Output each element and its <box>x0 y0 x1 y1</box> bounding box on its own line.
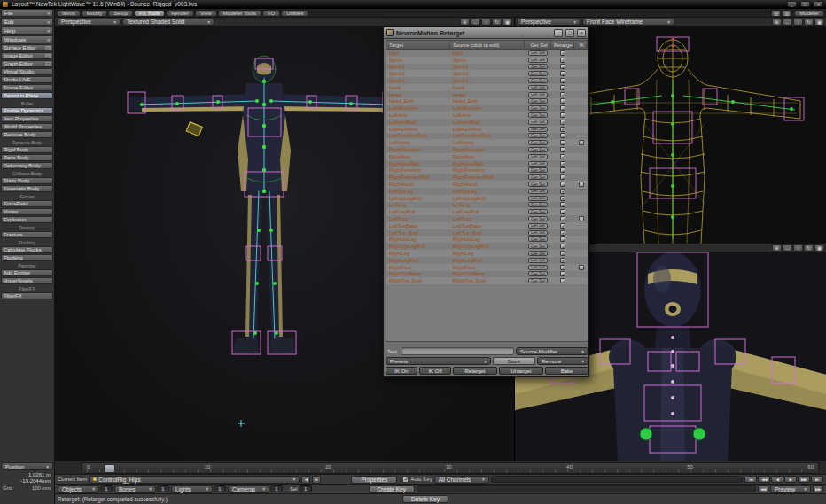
remove-dropdown[interactable]: Remove <box>537 357 588 365</box>
get-sel-button[interactable]: Get Sel <box>528 265 548 270</box>
sidebar-item[interactable]: Item Properties <box>1 115 53 122</box>
source-cell[interactable]: Neck <box>450 85 525 90</box>
sidebar-item[interactable]: Rigid Body <box>1 146 53 153</box>
bake-button[interactable]: Bake <box>545 367 588 375</box>
retarget-row[interactable]: RightToe_End RightToe_End Get Sel <box>386 277 588 284</box>
retarget-checkbox[interactable] <box>560 209 565 214</box>
text-input[interactable] <box>401 347 514 355</box>
minimize-button[interactable]: _ <box>787 1 797 7</box>
retarget-row[interactable]: RightUpLegRoll RightUpLegRoll Get Sel <box>386 243 588 250</box>
retarget-row[interactable]: Spine3 Spine3 Get Sel <box>386 77 588 84</box>
viewport-nav-icon[interactable]: ↻ <box>804 19 814 26</box>
source-cell[interactable]: Head_End <box>450 98 525 104</box>
viewport-nav-icon[interactable]: ↔ <box>471 19 480 26</box>
next-item-button[interactable] <box>312 476 321 484</box>
sidebar-item[interactable]: Vortex <box>1 208 53 215</box>
position-mode-dropdown[interactable]: Position <box>1 462 53 470</box>
get-sel-button[interactable]: Get Sel <box>528 71 548 76</box>
sidebar-item[interactable]: Image Editor F6 <box>1 52 53 59</box>
source-cell[interactable]: RightUpLeg <box>450 236 525 242</box>
timeline-ruler[interactable]: 0102030405060 <box>82 462 819 474</box>
close-button[interactable]: × <box>814 1 823 7</box>
retarget-row[interactable]: Hips Hips Get Sel <box>386 50 588 57</box>
sidebar-menu[interactable]: Edit <box>1 18 53 26</box>
current-item-dropdown[interactable]: ControlRig_Hips <box>89 476 300 484</box>
ik-off-button[interactable]: IK Off <box>419 367 451 375</box>
retarget-row[interactable]: LeftUpLeg LeftUpLeg Get Sel <box>386 188 588 195</box>
retarget-row[interactable]: RightForeArmRoll RightForeArmRoll Get Se… <box>386 174 588 181</box>
retarget-checkbox[interactable] <box>560 258 565 263</box>
source-cell[interactable]: LeftLegRoll <box>450 209 525 214</box>
get-sel-button[interactable]: Get Sel <box>528 223 548 229</box>
retarget-button[interactable]: Retarget <box>453 367 497 375</box>
viewport-nav-icon[interactable]: ⊕ <box>460 19 470 26</box>
get-sel-button[interactable]: Get Sel <box>528 236 548 242</box>
source-cell[interactable]: LeftForeArm <box>450 127 525 132</box>
source-cell[interactable]: LeftToeBase <box>450 223 525 229</box>
retarget-row[interactable]: LeftLegRoll LeftLegRoll Get Sel <box>386 208 588 215</box>
retarget-row[interactable]: LeftForeArmRoll LeftForeArmRoll Get Sel <box>386 133 588 140</box>
get-sel-button[interactable]: Get Sel <box>528 202 548 207</box>
get-sel-button[interactable]: Get Sel <box>528 258 548 263</box>
source-modifier-dropdown[interactable]: Source Modifier <box>516 347 588 355</box>
retarget-checkbox[interactable] <box>560 251 565 256</box>
transport-button[interactable]: ▶| <box>811 476 823 483</box>
get-sel-button[interactable]: Get Sel <box>528 127 548 132</box>
item-type-dropdown[interactable]: Bones <box>114 485 156 493</box>
source-cell[interactable]: LeftHand <box>450 140 525 145</box>
sidebar-item[interactable]: Add Emitter <box>1 269 53 276</box>
get-sel-button[interactable]: Get Sel <box>528 167 548 173</box>
retarget-row[interactable]: RightArmRoll RightArmRoll Get Sel <box>386 160 588 167</box>
sidebar-item[interactable]: ForceField <box>1 200 53 207</box>
get-sel-button[interactable]: Get Sel <box>528 78 548 83</box>
source-cell[interactable]: RightShoulder <box>450 147 525 152</box>
sidebar-item[interactable]: Fracture <box>1 231 53 238</box>
sidebar-item[interactable]: Flocking <box>1 254 53 261</box>
source-cell[interactable]: LeftUpLeg <box>450 189 525 194</box>
retarget-checkbox[interactable] <box>560 85 565 90</box>
retarget-row[interactable]: Neck Neck Get Sel <box>386 84 588 91</box>
sidebar-menu[interactable]: File <box>1 9 53 17</box>
retarget-row[interactable]: LeftHand LeftHand Get Sel <box>386 139 588 146</box>
retarget-checkbox[interactable] <box>560 120 565 125</box>
item-type-dropdown[interactable]: Lights <box>171 485 213 493</box>
dialog-close-button[interactable]: × <box>577 29 586 37</box>
sidebar-menu[interactable]: Windows <box>1 35 53 43</box>
source-cell[interactable]: RightHand <box>450 182 525 187</box>
item-type-dropdown[interactable]: Cameras <box>228 485 269 493</box>
sidebar-item[interactable]: Remove Body <box>1 131 53 138</box>
item-count-field[interactable]: 1 <box>100 485 113 492</box>
viewport-nav-icon[interactable]: ↻ <box>492 19 502 26</box>
get-sel-button[interactable]: Get Sel <box>528 216 548 221</box>
source-cell[interactable]: Spine2 <box>450 71 525 76</box>
sidebar-menu[interactable]: Help <box>1 27 53 35</box>
retarget-checkbox[interactable] <box>560 174 565 180</box>
get-sel-button[interactable]: Get Sel <box>528 147 548 152</box>
source-cell[interactable]: LeftToe_End <box>450 230 525 236</box>
dialog-minimize-button[interactable]: _ <box>554 29 563 37</box>
menu-tab[interactable]: Utilities <box>281 10 308 17</box>
retarget-checkbox[interactable] <box>560 216 565 221</box>
get-sel-button[interactable]: Get Sel <box>528 196 548 201</box>
get-sel-button[interactable]: Get Sel <box>528 161 548 167</box>
retarget-checkbox[interactable] <box>560 230 565 236</box>
preview-back-button[interactable]: ◀◀ <box>758 485 768 492</box>
source-cell[interactable]: RightArmRoll <box>450 161 525 167</box>
menu-tab[interactable]: View <box>195 10 217 17</box>
get-sel-button[interactable]: Get Sel <box>528 154 548 159</box>
retarget-row[interactable]: LeftLeg LeftLeg Get Sel <box>386 202 588 209</box>
retarget-checkbox[interactable] <box>560 271 565 276</box>
menu-tab[interactable]: Setup <box>108 10 133 17</box>
retarget-row[interactable]: Spine2 Spine2 Get Sel <box>386 70 588 77</box>
item-count-field[interactable]: 1 <box>214 485 226 492</box>
source-cell[interactable]: LeftLeg <box>450 202 525 207</box>
get-sel-button[interactable]: Get Sel <box>528 182 548 187</box>
retarget-checkbox[interactable] <box>560 133 565 138</box>
menu-tab[interactable]: Modify <box>82 10 108 17</box>
retarget-checkbox[interactable] <box>560 196 565 201</box>
retarget-checkbox[interactable] <box>560 202 565 207</box>
viewport-nav-icon[interactable]: ↕ <box>793 19 803 26</box>
retarget-row[interactable]: Spine Spine Get Sel <box>386 57 588 64</box>
all-channels-dropdown[interactable]: All Channels <box>434 476 489 484</box>
ik-on-button[interactable]: IK On <box>386 367 417 375</box>
